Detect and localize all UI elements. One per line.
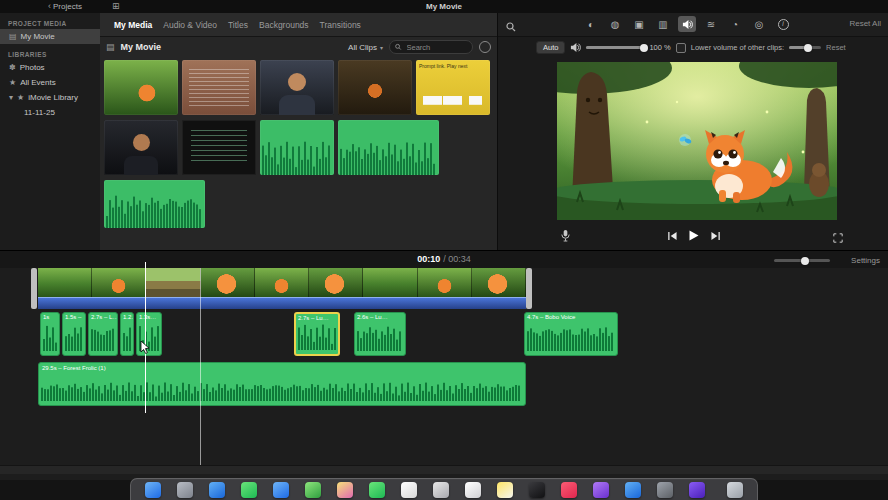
- zoom-slider-knob[interactable]: [801, 257, 809, 265]
- media-thumbnail-audio[interactable]: [338, 120, 439, 175]
- media-thumbnail-audio[interactable]: [260, 120, 334, 175]
- music-clip[interactable]: 29.5s – Forest Frolic (1): [38, 362, 526, 406]
- media-thumbnail-slide[interactable]: Prompt link. Play next: [416, 60, 490, 115]
- dock-app-podcasts[interactable]: [593, 482, 609, 498]
- lower-volume-knob[interactable]: [804, 44, 812, 52]
- dock-app-photos[interactable]: [337, 482, 353, 498]
- clip-label: 2.6s – Lu…: [355, 313, 405, 321]
- play-button[interactable]: [688, 230, 699, 241]
- tab-backgrounds[interactable]: Backgrounds: [259, 20, 309, 30]
- crop-icon[interactable]: ▣: [630, 16, 648, 32]
- sidebar-item-all-events[interactable]: ★All Events: [0, 75, 100, 90]
- continuous-playback-icon[interactable]: [479, 41, 491, 53]
- media-thumbnail-code[interactable]: [182, 120, 256, 175]
- timeline-audio-clip[interactable]: 4.7s – Bobo Voice: [524, 312, 618, 356]
- dock-app-settings[interactable]: [657, 482, 673, 498]
- lower-volume-slider[interactable]: [789, 46, 821, 49]
- dock-app-finder[interactable]: [145, 482, 161, 498]
- media-thumbnail-person-dark[interactable]: [104, 120, 178, 175]
- filmstrip-frame-fox2: [309, 268, 363, 297]
- previous-button[interactable]: [667, 231, 677, 241]
- sidebar-item-11-11-25[interactable]: 11-11-25: [0, 105, 100, 120]
- dock-app-safari[interactable]: [209, 482, 225, 498]
- tab-list: My MediaAudio & VideoTitlesBackgroundsTr…: [100, 13, 497, 36]
- timeline-audio-clip[interactable]: 1.2…: [120, 312, 134, 356]
- timeline-zoom-slider[interactable]: [774, 259, 830, 262]
- dock-app-reminders[interactable]: [465, 482, 481, 498]
- tab-my-media[interactable]: My Media: [114, 20, 152, 30]
- dock-app-contacts[interactable]: [433, 482, 449, 498]
- lower-volume-label: Lower volume of other clips:: [691, 43, 784, 52]
- search-input[interactable]: [405, 42, 468, 53]
- trim-handle-left[interactable]: [31, 268, 37, 309]
- clip-waveform: [64, 325, 85, 355]
- dock-app-tv[interactable]: [529, 482, 545, 498]
- color-correction-icon[interactable]: ◍: [606, 16, 624, 32]
- timeline-audio-clip-selected[interactable]: 2.7s – Lu…: [294, 312, 340, 356]
- video-audio-bar[interactable]: [38, 297, 526, 309]
- timeline-audio-clip[interactable]: 2.7s – L…: [88, 312, 118, 356]
- next-button[interactable]: [710, 231, 720, 241]
- sidebar-item-photos[interactable]: ✽Photos: [0, 60, 100, 75]
- speed-icon[interactable]: ◔: [726, 16, 744, 32]
- dock-app-mail[interactable]: [273, 482, 289, 498]
- skimmer-line[interactable]: [145, 262, 146, 413]
- info-glyph: i: [778, 19, 789, 30]
- reset-all-button[interactable]: Reset All: [849, 19, 881, 28]
- clip-filter-dropdown[interactable]: All Clips ▾: [348, 43, 383, 52]
- projects-back-button[interactable]: ‹ Projects: [48, 0, 82, 13]
- sidebar-item-my-movie[interactable]: ▤My Movie: [0, 29, 100, 44]
- volume-slider[interactable]: [586, 46, 644, 49]
- media-thumbnail-fox-scene[interactable]: [104, 60, 178, 115]
- thumbnail-caption: Prompt link. Play next: [419, 63, 467, 69]
- tab-transitions[interactable]: Transitions: [320, 20, 361, 30]
- timeline-settings-button[interactable]: Settings: [851, 256, 880, 265]
- stabilization-icon[interactable]: ▥: [654, 16, 672, 32]
- volume-icon[interactable]: [678, 16, 696, 32]
- dock-app-app-store[interactable]: [625, 482, 641, 498]
- lower-volume-checkbox[interactable]: [676, 43, 686, 53]
- dock-app-notes[interactable]: [497, 482, 513, 498]
- speaker-icon[interactable]: [570, 42, 581, 53]
- dock-app-facetime[interactable]: [369, 482, 385, 498]
- import-media-icon[interactable]: ⊞: [112, 1, 120, 11]
- timeline-scrollbar[interactable]: [0, 465, 888, 474]
- sidebar-item-imovie-library[interactable]: ▾★iMovie Library: [0, 90, 100, 105]
- reset-button[interactable]: Reset: [826, 43, 846, 52]
- trim-handle-right[interactable]: [526, 268, 532, 309]
- fullscreen-icon[interactable]: [833, 229, 843, 247]
- clip-waveform: [90, 325, 117, 355]
- tab-audio-video[interactable]: Audio & Video: [163, 20, 217, 30]
- filmstrip[interactable]: [38, 268, 526, 297]
- media-thumbnail-audio[interactable]: [104, 180, 205, 228]
- timeline-audio-clip[interactable]: 1s: [40, 312, 60, 356]
- dock-app-trash[interactable]: [727, 482, 743, 498]
- dock-app-calendar[interactable]: [401, 482, 417, 498]
- titlebar: ‹ Projects ⊞ My Movie: [0, 0, 888, 14]
- volume-slider-knob[interactable]: [640, 44, 648, 52]
- clip-info-icon[interactable]: i: [774, 16, 792, 32]
- dock-app-maps[interactable]: [305, 482, 321, 498]
- tab-titles[interactable]: Titles: [228, 20, 248, 30]
- noise-reduction-icon[interactable]: ≋: [702, 16, 720, 32]
- color-balance-icon[interactable]: ◐: [582, 16, 600, 32]
- speaker-glyph: [570, 42, 581, 53]
- dock-app-imovie[interactable]: [689, 482, 705, 498]
- audio-effects-icon[interactable]: ◎: [750, 16, 768, 32]
- voiceover-mic-icon[interactable]: [560, 228, 571, 246]
- dock-app-launchpad[interactable]: [177, 482, 193, 498]
- search-box[interactable]: [389, 40, 473, 54]
- timeline-audio-clip[interactable]: 2.6s – Lu…: [354, 312, 406, 356]
- media-thumbnail-person[interactable]: [260, 60, 334, 115]
- dock-app-music[interactable]: [561, 482, 577, 498]
- media-thumbnail-fox-dark[interactable]: [338, 60, 412, 115]
- thumbnail-row: [104, 180, 493, 228]
- playhead[interactable]: [200, 268, 201, 465]
- magnify-icon[interactable]: [506, 18, 516, 36]
- dock-app-messages[interactable]: [241, 482, 257, 498]
- timeline-audio-clip[interactable]: 1.5s –: [62, 312, 86, 356]
- clip-label: 2.7s – Lu…: [296, 314, 338, 322]
- auto-volume-button[interactable]: Auto: [536, 41, 565, 54]
- media-thumbnail-document[interactable]: [182, 60, 256, 115]
- audio-clip-layer: 1s1.5s –2.7s – L…1.2…1.3s…2.7s – Lu…2.6s…: [0, 312, 888, 358]
